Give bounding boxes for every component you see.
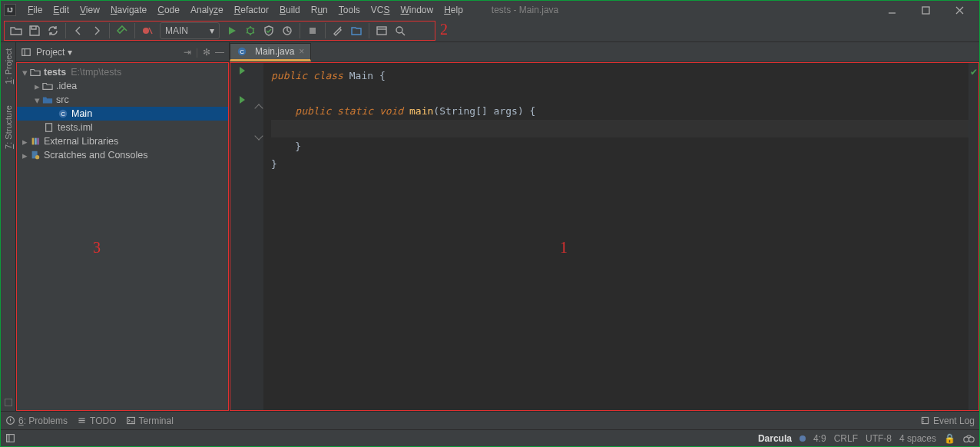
tree-main[interactable]: C Main	[16, 107, 229, 121]
svg-line-5	[149, 28, 152, 34]
inspector-icon[interactable]	[963, 433, 975, 443]
bottom-tab-problems[interactable]: 6: Problems	[5, 416, 68, 426]
tree-iml[interactable]: tests.iml	[16, 121, 229, 134]
svg-rect-19	[35, 138, 37, 145]
left-tab-project[interactable]: 1: Project	[4, 45, 13, 87]
tree-src[interactable]: ▾ src	[16, 93, 229, 107]
run-icon[interactable]	[223, 22, 240, 39]
divider: |	[196, 47, 198, 58]
menu-tools[interactable]: Tools	[333, 2, 366, 18]
stop-icon[interactable]	[304, 22, 321, 39]
gear-icon[interactable]: ✻	[203, 47, 210, 58]
menu-edit[interactable]: Edit	[48, 2, 74, 18]
debug-icon[interactable]	[242, 22, 259, 39]
run-config-selector[interactable]: MAIN ▾	[160, 22, 220, 39]
stop-breakpoint-icon[interactable]	[139, 22, 156, 39]
collapse-icon[interactable]: ⇥	[184, 47, 191, 58]
root-name: tests	[44, 67, 66, 78]
bottom-tab-eventlog[interactable]: Event Log	[920, 416, 975, 426]
back-icon[interactable]	[70, 22, 87, 39]
left-tab-structure[interactable]: 7: Structure	[4, 102, 13, 152]
bottom-tab-todo[interactable]: TODO	[77, 416, 116, 426]
menu-run[interactable]: Run	[306, 2, 333, 18]
hide-icon[interactable]: —	[215, 47, 224, 58]
status-caret[interactable]: 4:9	[813, 433, 826, 444]
sync-icon[interactable]	[45, 22, 61, 39]
svg-rect-9	[377, 27, 386, 35]
status-enc[interactable]: UTF-8	[866, 433, 892, 444]
build-icon[interactable]	[114, 22, 131, 39]
project-pane-title: Project	[36, 47, 65, 58]
coverage-icon[interactable]	[260, 22, 277, 39]
chevron-right-icon: ▸	[33, 81, 41, 92]
menu-analyze[interactable]: Analyze	[185, 2, 229, 18]
svg-rect-13	[22, 48, 31, 55]
status-eol[interactable]: CRLF	[834, 433, 858, 444]
editor-right-gutter[interactable]: ✔	[968, 62, 979, 411]
tree-ext-libs[interactable]: ▸ External Libraries	[16, 134, 229, 148]
fold-end-icon[interactable]	[254, 131, 263, 140]
library-icon	[30, 136, 41, 147]
project-pane-header[interactable]: Project ▾ ⇥ | ✻ —	[16, 42, 229, 62]
project-tree[interactable]: ▾ tests E:\tmp\tests ▸ .idea ▾ src C Mai…	[16, 62, 229, 411]
settings-icon[interactable]	[329, 22, 346, 39]
minimize-button[interactable]	[875, 1, 909, 19]
editor-gutter[interactable]	[230, 62, 254, 411]
status-theme[interactable]: Darcula	[758, 433, 792, 444]
menu-refactor[interactable]: Refactor	[229, 2, 274, 18]
svg-point-6	[247, 28, 253, 34]
maximize-button[interactable]	[909, 1, 942, 19]
svg-rect-29	[922, 417, 928, 423]
menu-window[interactable]: Window	[395, 2, 439, 18]
folder-icon	[30, 67, 41, 78]
module-file-icon	[44, 122, 55, 133]
bottom-tab-terminal[interactable]: Terminal	[126, 416, 174, 426]
open-icon[interactable]	[8, 22, 25, 39]
tree-idea[interactable]: ▸ .idea	[16, 79, 229, 93]
save-icon[interactable]	[26, 22, 43, 39]
code-editor[interactable]: public class Main { public static void m…	[263, 62, 968, 411]
svg-rect-18	[32, 138, 35, 145]
toolwindow-toggle-icon[interactable]	[5, 433, 15, 443]
main-toolbar: MAIN ▾ 2	[1, 19, 979, 42]
svg-point-27	[10, 422, 11, 423]
bottom-left-square-icon[interactable]	[5, 399, 12, 406]
fold-start-icon[interactable]	[254, 104, 263, 112]
menu-help[interactable]: Help	[439, 2, 468, 18]
svg-point-22	[35, 155, 39, 159]
chevron-down-icon: ▾	[68, 47, 72, 58]
run-gutter-icon[interactable]	[240, 67, 245, 74]
menu-build[interactable]: Build	[274, 2, 306, 18]
menu-file[interactable]: File	[22, 2, 48, 18]
svg-rect-32	[7, 435, 15, 442]
menu-code[interactable]: Code	[152, 2, 185, 18]
menu-view[interactable]: View	[74, 2, 105, 18]
project-view-icon	[21, 47, 31, 58]
problems-icon	[5, 416, 15, 425]
close-icon[interactable]: ×	[299, 46, 304, 57]
search-icon[interactable]	[392, 22, 409, 39]
svg-rect-28	[127, 417, 134, 423]
class-icon: C	[58, 108, 68, 119]
layout-icon[interactable]	[373, 22, 390, 39]
close-button[interactable]	[942, 1, 976, 19]
editor-tab-main[interactable]: C Main.java ×	[230, 43, 311, 61]
fold-gutter[interactable]	[254, 62, 263, 411]
forward-icon[interactable]	[88, 22, 105, 39]
run-gutter-icon[interactable]	[240, 96, 245, 104]
class-icon: C	[237, 46, 247, 57]
annotation-number-1: 1	[560, 239, 568, 257]
status-dot-icon	[800, 435, 806, 442]
profile-icon[interactable]	[279, 22, 296, 39]
annotation-box-toolbar	[4, 21, 435, 41]
lock-icon[interactable]: 🔒	[944, 433, 955, 444]
menu-navigate[interactable]: Navigate	[105, 2, 152, 18]
project-structure-icon[interactable]	[348, 22, 365, 39]
chevron-down-icon: ▾	[21, 67, 28, 78]
menu-vcs[interactable]: VCS	[366, 2, 396, 18]
tree-root[interactable]: ▾ tests E:\tmp\tests	[16, 65, 229, 79]
svg-line-12	[402, 32, 405, 35]
annotation-number-3: 3	[93, 239, 101, 257]
status-indent[interactable]: 4 spaces	[899, 433, 936, 444]
tree-scratches[interactable]: ▸ Scratches and Consoles	[16, 148, 229, 162]
